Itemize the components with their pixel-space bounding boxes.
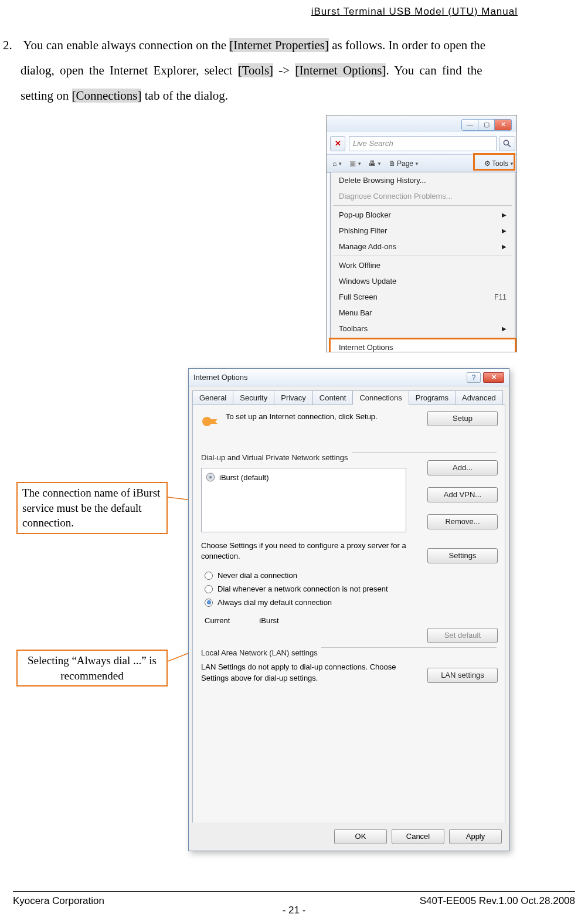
setup-text: To set up an Internet connection, click … xyxy=(226,412,402,421)
search-row: ✕ Live Search xyxy=(330,135,515,152)
tab-programs[interactable]: Programs xyxy=(409,390,456,405)
remove-button[interactable]: Remove... xyxy=(427,514,498,529)
menu-popup-blocker[interactable]: Pop-up Blocker▶ xyxy=(331,207,515,223)
ie-screenshot: — ▢ ✕ ✕ Live Search ⌂▼ ▣▼ 🖶▼ 🗎 Page ▼ ⚙ … xyxy=(326,115,517,352)
tab-advanced[interactable]: Advanced xyxy=(455,390,503,405)
current-label: Current xyxy=(205,616,230,625)
text: -> xyxy=(273,63,295,77)
menu-diagnose: Diagnose Connection Problems... xyxy=(331,188,515,204)
label: Manage Add-ons xyxy=(339,242,396,251)
apply-button[interactable]: Apply xyxy=(449,829,502,844)
internet-options-dialog: Internet Options ? ✕ General Security Pr… xyxy=(188,368,509,851)
radio-icon xyxy=(205,599,213,607)
cancel-button[interactable]: Cancel xyxy=(392,829,444,844)
internet-options-highlight xyxy=(329,338,516,352)
page-label: Page xyxy=(397,159,413,168)
window-controls: — ▢ ✕ xyxy=(461,119,512,131)
label: Diagnose Connection Problems... xyxy=(339,192,453,200)
hl-internet-properties: [Internet Properties] xyxy=(229,38,329,52)
print-icon: 🖶 xyxy=(369,159,376,168)
submenu-arrow-icon: ▶ xyxy=(502,227,507,234)
add-button[interactable]: Add... xyxy=(427,460,498,475)
menu-internet-options[interactable]: Internet Options xyxy=(331,339,515,352)
menu-toolbars[interactable]: Toolbars▶ xyxy=(331,321,515,337)
svg-point-6 xyxy=(209,476,212,478)
list-item[interactable]: iBurst (default) xyxy=(205,472,402,482)
tab-content[interactable]: Content xyxy=(312,390,354,405)
menu-full-screen[interactable]: Full ScreenF11 xyxy=(331,289,515,305)
separator xyxy=(352,452,497,453)
callout-always-dial: Selecting “Always dial ...” is recommend… xyxy=(16,650,168,686)
separator xyxy=(333,205,512,206)
page-number: - 21 - xyxy=(0,905,588,916)
radio-always-dial[interactable]: Always dial my default connection xyxy=(205,596,497,609)
dialog-footer: OK Cancel Apply xyxy=(189,823,509,851)
search-input[interactable]: Live Search xyxy=(349,136,497,151)
help-icon[interactable]: ? xyxy=(467,372,481,383)
label: Full Screen xyxy=(339,293,378,301)
separator xyxy=(321,647,497,648)
text: . You can find the xyxy=(386,63,482,77)
tab-privacy[interactable]: Privacy xyxy=(274,390,313,405)
home-button[interactable]: ⌂▼ xyxy=(329,158,346,169)
manual-header: iBurst Terminal USB Model (UTU) Manual xyxy=(311,6,518,18)
search-icon[interactable] xyxy=(499,136,515,151)
menu-menu-bar[interactable]: Menu Bar xyxy=(331,305,515,321)
connection-wizard-icon xyxy=(201,412,220,431)
menu-phishing-filter[interactable]: Phishing Filter▶ xyxy=(331,223,515,239)
lan-settings-button[interactable]: LAN settings xyxy=(427,668,498,683)
text: tab of the dialog. xyxy=(141,89,228,103)
label: Windows Update xyxy=(339,277,396,286)
menu-delete-history[interactable]: Delete Browsing History... xyxy=(331,172,515,188)
feed-button[interactable]: ▣▼ xyxy=(346,158,365,169)
add-vpn-button[interactable]: Add VPN... xyxy=(427,487,498,502)
menu-manage-addons[interactable]: Manage Add-ons▶ xyxy=(331,239,515,254)
radio-never-dial[interactable]: Never dial a connection xyxy=(205,569,497,582)
tab-security[interactable]: Security xyxy=(233,390,274,405)
rss-icon: ▣ xyxy=(349,159,356,168)
instruction-paragraph: 2. You can enable always connection on t… xyxy=(3,33,575,108)
radio-dial-whenever[interactable]: Dial whenever a network connection is no… xyxy=(205,582,497,596)
minimize-icon[interactable]: — xyxy=(462,120,478,130)
text: setting on xyxy=(21,89,72,103)
radio-label: Never dial a connection xyxy=(217,571,297,580)
text: You can enable always connection on the xyxy=(23,38,229,52)
hl-connections: [Connections] xyxy=(72,89,142,103)
separator xyxy=(333,256,512,256)
settings-button[interactable]: Settings xyxy=(427,548,498,563)
radio-icon xyxy=(205,572,213,580)
label: Menu Bar xyxy=(339,308,372,317)
para-line3: setting on [Connections] tab of the dial… xyxy=(3,83,575,108)
hl-tools: [Tools] xyxy=(238,63,273,77)
label: Work Offline xyxy=(339,261,380,270)
text: dialog, open the Internet Explorer, sele… xyxy=(21,63,238,77)
stop-icon[interactable]: ✕ xyxy=(330,136,345,151)
dialog-titlebar: Internet Options ? ✕ xyxy=(189,369,509,386)
svg-point-0 xyxy=(504,140,508,145)
label: Pop-up Blocker xyxy=(339,210,391,219)
submenu-arrow-icon: ▶ xyxy=(502,212,507,218)
close-icon[interactable]: ✕ xyxy=(495,120,511,130)
setup-button[interactable]: Setup xyxy=(427,411,498,426)
ok-button[interactable]: OK xyxy=(334,829,387,844)
dialup-group-label: Dial-up and Virtual Private Network sett… xyxy=(201,453,348,462)
menu-work-offline[interactable]: Work Offline xyxy=(331,257,515,273)
maximize-icon[interactable]: ▢ xyxy=(478,120,495,130)
dialup-icon xyxy=(205,472,216,482)
menu-windows-update[interactable]: Windows Update xyxy=(331,273,515,289)
radio-label: Always dial my default connection xyxy=(217,598,332,607)
label: Delete Browsing History... xyxy=(339,176,426,185)
tab-general[interactable]: General xyxy=(192,390,233,405)
close-icon[interactable]: ✕ xyxy=(483,372,504,383)
print-button[interactable]: 🖶▼ xyxy=(365,158,385,169)
page-button[interactable]: 🗎 Page ▼ xyxy=(385,158,423,169)
label: Phishing Filter xyxy=(339,226,387,235)
tools-highlight xyxy=(473,153,515,171)
set-default-button[interactable]: Set default xyxy=(427,628,498,643)
page-icon: 🗎 xyxy=(389,159,396,168)
connections-listbox[interactable]: iBurst (default) xyxy=(201,468,406,532)
dial-radio-group: Never dial a connection Dial whenever a … xyxy=(205,569,497,609)
tab-connections[interactable]: Connections xyxy=(352,390,409,405)
proxy-text: Choose Settings if you need to configure… xyxy=(201,541,406,562)
dialog-title: Internet Options xyxy=(193,373,248,382)
